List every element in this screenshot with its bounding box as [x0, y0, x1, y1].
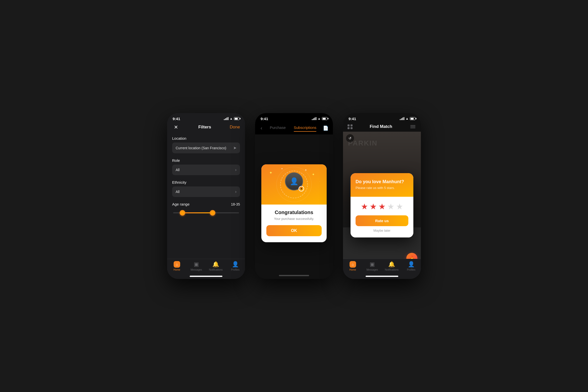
tab-purchase[interactable]: Purchase — [266, 124, 290, 132]
location-section: Location Current location (San Francisco… — [167, 133, 245, 155]
filter-title: Filters — [198, 125, 211, 130]
star-3[interactable]: ★ — [378, 202, 386, 211]
range-thumb-right[interactable] — [210, 210, 215, 216]
find-match-header: Find Match — [343, 122, 421, 132]
nav-item-notifications-3[interactable]: 🔔 Notifications — [382, 261, 402, 271]
match-card-area: PARKIN Herman West 20 Versatile Seattle, — [343, 132, 421, 279]
chevron-right-icon: › — [235, 168, 236, 172]
role-field[interactable]: All › — [172, 165, 240, 175]
menu-icon[interactable] — [409, 124, 416, 129]
congrats-title: Congratulations — [266, 210, 322, 215]
location-value: Current location (San Francisco) — [176, 146, 226, 150]
done-button[interactable]: Done — [230, 125, 240, 130]
tab-bar-nav: Purchase Subscriptions — [263, 124, 323, 132]
grid-icon[interactable] — [348, 124, 353, 129]
phone2-body: ✦ ✦ ✦ · · ✦ 👤 ♛ — [255, 134, 333, 272]
nav-item-messages[interactable]: ▣ Messages — [187, 261, 206, 271]
signal-icon-3 — [400, 117, 404, 120]
rate-us-button[interactable]: Rate us — [356, 215, 408, 226]
location-label: Location — [172, 136, 240, 140]
nav-item-home-3[interactable]: ⌂ Home — [343, 261, 363, 271]
ethnicity-section: Ethnicity All › — [167, 177, 245, 199]
nav-item-profiles[interactable]: 👤 Profiles — [226, 261, 245, 271]
status-bar-1: 9:41 ▲ — [167, 113, 245, 122]
receipt-icon[interactable]: 📄 — [323, 125, 328, 131]
nav-label-home-3: Home — [349, 268, 356, 271]
nav-label-profiles: Profiles — [231, 268, 239, 271]
age-range-slider[interactable] — [172, 209, 240, 216]
nav-label-home: Home — [173, 268, 180, 271]
battery-icon — [234, 117, 239, 120]
close-button[interactable]: ✕ — [172, 124, 180, 130]
nav-item-notifications[interactable]: 🔔 Notifications — [206, 261, 226, 271]
age-range-section: Age range 18-35 — [167, 199, 245, 218]
profiles-icon: 👤 — [232, 261, 239, 268]
rate-modal: Do you love Manhunt? Please rate us with… — [351, 173, 413, 237]
ok-button[interactable]: OK — [266, 225, 322, 236]
congrats-subtitle: Your purchase successfully. — [266, 217, 322, 221]
ethnicity-label: Ethnicity — [172, 180, 240, 184]
nav-label-messages-3: Messages — [366, 268, 378, 271]
phone-congratulations: 9:41 ▲ ‹ — [255, 113, 333, 279]
rate-modal-header: Do you love Manhunt? Please rate us with… — [351, 173, 413, 197]
nav-item-messages-3[interactable]: ▣ Messages — [363, 261, 382, 271]
nav-label-notifications-3: Notifications — [385, 268, 399, 271]
location-field[interactable]: Current location (San Francisco) ➤ — [172, 142, 240, 153]
find-match-title: Find Match — [370, 124, 392, 129]
nav-item-home[interactable]: ⌂ Home — [167, 261, 187, 271]
bottom-nav-3: ⌂ Home ▣ Messages 🔔 Notifications 👤 Prof… — [343, 259, 421, 279]
status-icons-1: ▲ — [224, 117, 239, 120]
status-time-3: 9:41 — [349, 117, 356, 121]
battery-icon-2 — [322, 117, 327, 120]
battery-icon-3 — [410, 117, 415, 120]
congrats-body: Congratulations Your purchase successful… — [261, 205, 327, 242]
range-thumb-left[interactable] — [180, 210, 185, 216]
age-range-value: 18-35 — [231, 202, 240, 206]
phone-filters: 9:41 ▲ ✕ Filters — [167, 113, 245, 279]
status-bar-2: 9:41 ▲ — [255, 113, 333, 122]
ethnicity-field[interactable]: All › — [172, 186, 240, 197]
home-icon-active: ⌂ — [174, 261, 180, 268]
role-value: All — [176, 168, 180, 172]
location-arrow-icon: ➤ — [233, 145, 236, 150]
phone2-bottom — [255, 272, 333, 279]
congrats-header: ✦ ✦ ✦ · · ✦ 👤 ♛ — [261, 164, 327, 205]
rate-modal-title: Do you love Manhunt? — [356, 179, 408, 184]
avatar-container: 👤 ♛ — [285, 172, 303, 190]
home-indicator-1 — [190, 276, 222, 277]
star-4[interactable]: ★ — [387, 202, 395, 211]
notifications-icon-3: 🔔 — [388, 261, 395, 268]
messages-icon-3: ▣ — [370, 261, 375, 268]
rate-modal-subtitle: Please rate us with 5 stars. — [356, 186, 408, 190]
filter-header: ✕ Filters Done — [167, 122, 245, 133]
phone-rate-us: 9:41 ▲ — [343, 113, 421, 279]
signal-icon — [224, 117, 228, 120]
chevron-right-icon-2: › — [235, 189, 236, 194]
star-2[interactable]: ★ — [370, 202, 377, 211]
role-label: Role — [172, 158, 240, 163]
ethnicity-value: All — [176, 190, 180, 194]
congratulations-modal: ✦ ✦ ✦ · · ✦ 👤 ♛ — [261, 164, 327, 242]
back-button[interactable]: ‹ — [260, 124, 263, 132]
wifi-icon-2: ▲ — [318, 117, 321, 120]
nav-label-profiles-3: Profiles — [407, 268, 415, 271]
undo-button[interactable]: ↺ — [346, 134, 354, 142]
status-time-1: 9:41 — [173, 117, 180, 121]
maybe-later-link[interactable]: Maybe later — [356, 229, 408, 232]
nav-item-profiles-3[interactable]: 👤 Profiles — [402, 261, 421, 271]
home-icon-3: ⌂ — [350, 261, 356, 268]
wifi-icon-3: ▲ — [406, 117, 409, 120]
star-5[interactable]: ★ — [396, 202, 403, 211]
status-icons-3: ▲ — [400, 117, 415, 120]
star-1[interactable]: ★ — [361, 202, 368, 211]
crown-badge: ♛ — [299, 186, 304, 191]
nav-label-messages: Messages — [190, 268, 202, 271]
bottom-nav-1: ⌂ Home ▣ Messages 🔔 Notifications 👤 Prof… — [167, 259, 245, 279]
tab-subscriptions[interactable]: Subscriptions — [290, 124, 320, 132]
profiles-icon-3: 👤 — [408, 261, 415, 268]
age-range-label: Age range — [172, 202, 189, 206]
phones-container: 9:41 ▲ ✕ Filters — [167, 113, 421, 279]
home-indicator-2 — [279, 275, 309, 276]
home-indicator-3 — [366, 276, 398, 277]
status-icons-2: ▲ — [312, 117, 327, 120]
